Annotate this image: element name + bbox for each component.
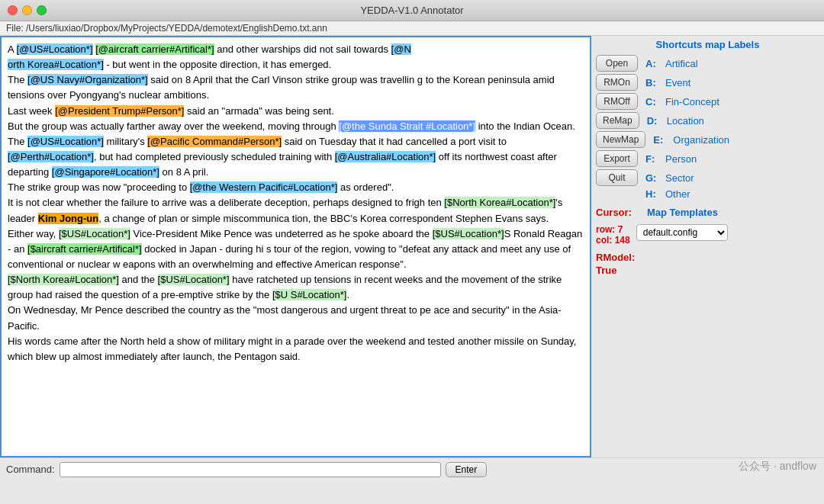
- newmap-button[interactable]: NewMap: [596, 131, 645, 148]
- minimize-button[interactable]: [22, 5, 32, 15]
- window-controls[interactable]: [8, 5, 47, 15]
- annotation-pacific-person: [@Pacific Command#Person*]: [147, 136, 282, 147]
- shortcut-key-h: H:: [645, 188, 661, 200]
- map-templates-label: Map Templates: [647, 207, 718, 218]
- shortcut-open: Open A: Artifical: [596, 55, 819, 72]
- text-paragraph-1: A [@US#Location*] [@aircraft carrier#Art…: [8, 42, 584, 72]
- annotation-sunda-location: [@the Sunda Strait #Location*]: [339, 120, 475, 132]
- shortcut-label-g: Sector: [665, 172, 694, 184]
- row-col-area: row: 7 col: 148 default.config: [596, 224, 819, 246]
- text-panel[interactable]: A [@US#Location*] [@aircraft carrier#Art…: [0, 36, 591, 457]
- shortcut-newmap: NewMap E: Organization: [596, 131, 819, 148]
- shortcut-rmon: RMOn B: Event: [596, 74, 819, 91]
- annotation-us-location-1: [@US#Location*]: [17, 43, 93, 55]
- shortcut-export: Export F: Person: [596, 150, 819, 167]
- cursor-row: Cursor: Map Templates: [596, 207, 819, 218]
- shortcut-label-e: Organization: [673, 134, 729, 146]
- shortcut-h: H: Other: [596, 188, 819, 200]
- rmodel-section: RModel: True: [596, 252, 819, 276]
- annotation-aircraft-artifical-2: [$aircraft carrier#Artifical*]: [27, 243, 142, 255]
- rmon-button[interactable]: RMOn: [596, 74, 638, 91]
- shortcut-rmoff: RMOff C: Fin-Concept: [596, 93, 819, 110]
- shortcut-label-f: Person: [665, 153, 697, 165]
- enter-button[interactable]: Enter: [446, 462, 488, 477]
- text-paragraph-10: On Wednesday, Mr Pence described the cou…: [8, 303, 584, 333]
- annotation-trump-person: [@President Trump#Person*]: [55, 105, 184, 117]
- shortcut-key-a: A:: [645, 58, 661, 69]
- annotation-western-location: [@the Western Pacific#Location*]: [190, 181, 338, 193]
- text-paragraph-9: [$North Korea#Location*] and the [$US#Lo…: [8, 272, 584, 303]
- text-paragraph-4: But the group was actually farther away …: [8, 119, 584, 134]
- open-button[interactable]: Open: [596, 55, 638, 72]
- rmodel-value: True: [596, 265, 819, 276]
- annotation-perth-location: [@Perth#Location*]: [8, 151, 94, 162]
- shortcut-key-e: E:: [653, 134, 668, 146]
- shortcut-label-h: Other: [665, 188, 690, 200]
- annotation-nk-location-dollar: [$North Korea#Location*]: [8, 274, 119, 285]
- command-input[interactable]: [60, 462, 441, 477]
- annotation-aircraft-artifical: [@aircraft carrier#Artifical*]: [95, 43, 214, 55]
- shortcut-remap: ReMap D: Location: [596, 112, 819, 129]
- shortcuts-title: Shortcuts map Labels: [596, 39, 819, 50]
- shortcut-label-a: Artifical: [665, 58, 698, 69]
- shortcut-label-d: Location: [667, 115, 704, 127]
- annotation-us-location-dollar-3: [$US#Location*]: [158, 274, 230, 285]
- annotation-singapore-location: [@Singapore#Location*]: [52, 166, 159, 178]
- config-select[interactable]: default.config: [636, 224, 728, 241]
- shortcut-key-b: B:: [645, 77, 661, 88]
- remap-button[interactable]: ReMap: [596, 112, 639, 129]
- shortcut-quit: Quit G: Sector: [596, 169, 819, 186]
- text-paragraph-5: The [@US#Location*] military's [@Pacific…: [8, 134, 584, 180]
- command-label: Command:: [6, 464, 55, 475]
- annotation-us-location-dollar-4: [$U S#Location*]: [272, 289, 347, 300]
- shortcut-label-b: Event: [665, 77, 690, 88]
- annotation-usnavy-location: [@US Navy#Organization*]: [27, 74, 148, 85]
- shortcut-label-c: Fin-Concept: [665, 96, 719, 108]
- cursor-label: Cursor:: [596, 207, 632, 218]
- text-paragraph-11: His words came after the North held a sh…: [8, 334, 584, 364]
- menubar: File: /Users/liuxiao/Dropbox/MyProjects/…: [0, 21, 824, 36]
- text-paragraph-8: Either way, [$US#Location*] Vice-Preside…: [8, 226, 584, 272]
- row-col-text: row: 7 col: 148: [596, 224, 630, 246]
- file-path: File: /Users/liuxiao/Dropbox/MyProjects/…: [6, 23, 327, 34]
- rmoff-button[interactable]: RMOff: [596, 93, 638, 110]
- close-button[interactable]: [8, 5, 18, 15]
- config-select-wrap: default.config: [636, 224, 728, 241]
- right-panel: Shortcuts map Labels Open A: Artifical R…: [591, 36, 824, 457]
- export-button[interactable]: Export: [596, 150, 638, 167]
- shortcut-key-d: D:: [647, 115, 662, 127]
- annotation-us-location-dollar-2: [$US#Location*]: [433, 228, 504, 239]
- text-paragraph-3: Last week [@President Trump#Person*] sai…: [8, 104, 584, 119]
- annotation-us-location-2: [@US#Location*]: [27, 136, 104, 147]
- annotation-nk-location-2: [$North Korea#Location*]: [444, 197, 555, 208]
- shortcut-key-g: G:: [645, 172, 661, 184]
- command-bar: Command: Enter: [0, 457, 824, 480]
- titlebar: YEDDA-V1.0 Annotator: [0, 0, 824, 21]
- text-paragraph-7: It is not clear whether the failure to a…: [8, 195, 584, 226]
- text-paragraph-6: The strike group was now "proceeding to …: [8, 180, 584, 195]
- main-layout: A [@US#Location*] [@aircraft carrier#Art…: [0, 36, 824, 457]
- shortcut-key-f: F:: [645, 153, 661, 165]
- shortcut-key-c: C:: [645, 96, 661, 108]
- maximize-button[interactable]: [37, 5, 47, 15]
- rmodel-label: RModel:: [596, 252, 819, 263]
- quit-button[interactable]: Quit: [596, 169, 638, 186]
- text-paragraph-2: The [@US Navy#Organization*] said on 8 A…: [8, 72, 584, 103]
- annotation-australia-location: [@Australia#Location*]: [335, 151, 436, 162]
- annotation-kim: Kim Jong-un: [38, 213, 98, 224]
- window-title: YEDDA-V1.0 Annotator: [360, 5, 463, 16]
- annotation-us-location-dollar: [$US#Location*]: [59, 228, 130, 239]
